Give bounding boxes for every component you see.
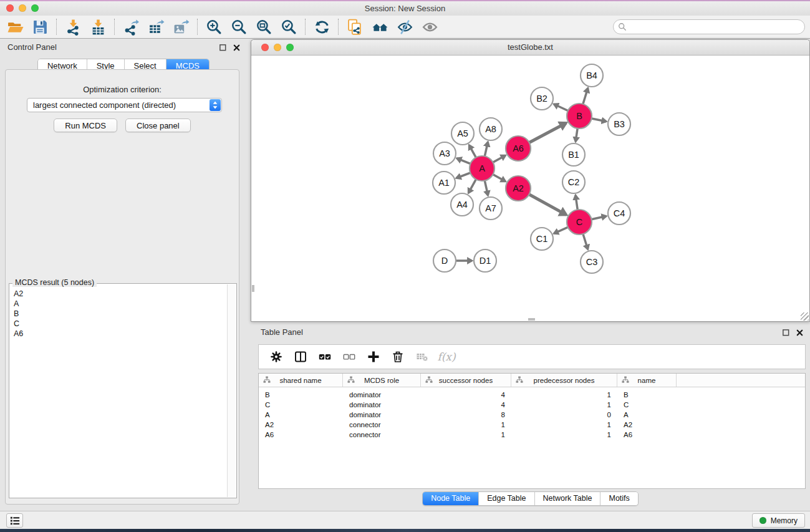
table-row[interactable]: Bdominator41B — [259, 390, 805, 400]
table-cell[interactable]: 0 — [511, 410, 617, 420]
run-mcds-button[interactable]: Run MCDS — [54, 118, 117, 132]
table-cell[interactable]: A — [617, 410, 677, 420]
tab-node-table[interactable]: Node Table — [423, 492, 479, 505]
table-cell[interactable]: A6 — [259, 430, 343, 440]
criterion-dropdown[interactable]: largest connected component (directed) — [27, 98, 222, 112]
export-network-button[interactable] — [121, 17, 141, 37]
table-row[interactable]: Cdominator41C — [259, 400, 805, 410]
table-cell[interactable]: 1 — [421, 420, 511, 430]
graph-node-B[interactable]: B — [567, 104, 592, 128]
table-cell[interactable]: 8 — [421, 410, 511, 420]
column-header-successor-nodes[interactable]: successor nodes — [421, 374, 511, 387]
column-header-mcds-role[interactable]: MCDS role — [343, 374, 421, 387]
table-row[interactable]: Adominator80A — [259, 410, 805, 420]
graph-node-A2[interactable]: A2 — [506, 176, 531, 201]
graph-node-A3[interactable]: A3 — [433, 142, 456, 165]
search-input[interactable] — [613, 19, 805, 34]
show-all-button[interactable] — [420, 17, 440, 37]
export-image-button[interactable] — [171, 17, 191, 37]
graph-node-A6[interactable]: A6 — [506, 136, 531, 161]
add-column-button[interactable] — [367, 350, 380, 364]
table-cell[interactable]: 1 — [511, 430, 617, 440]
zoom-window-icon[interactable] — [31, 4, 39, 12]
table-cell[interactable]: 1 — [421, 430, 511, 440]
refresh-layout-button[interactable] — [312, 17, 332, 37]
hide-selected-button[interactable] — [395, 17, 415, 37]
float-table-panel-icon[interactable] — [781, 328, 790, 337]
graph-node-C3[interactable]: C3 — [581, 251, 603, 273]
graph-node-A[interactable]: A — [470, 156, 494, 181]
table-cell[interactable]: A — [259, 410, 343, 420]
table-cell[interactable]: C — [617, 400, 677, 410]
delete-column-button[interactable] — [391, 350, 405, 364]
close-panel-icon[interactable] — [232, 43, 241, 52]
column-header-shared-name[interactable]: shared name — [259, 374, 343, 387]
network-zoom-icon[interactable] — [286, 44, 294, 51]
mcds-result-item[interactable]: A2 — [14, 289, 227, 299]
graph-node-A8[interactable]: A8 — [480, 118, 502, 140]
select-all-button[interactable] — [318, 350, 332, 364]
graph-node-C[interactable]: C — [567, 210, 592, 235]
table-cell[interactable]: B — [259, 390, 343, 400]
close-window-icon[interactable] — [6, 4, 14, 12]
graph-node-A1[interactable]: A1 — [433, 172, 455, 194]
deselect-all-button[interactable] — [342, 350, 356, 364]
graph-node-D1[interactable]: D1 — [474, 249, 496, 272]
import-network-button[interactable] — [63, 17, 83, 37]
graph-node-B2[interactable]: B2 — [531, 87, 553, 110]
tab-motifs[interactable]: Motifs — [600, 492, 637, 505]
mcds-result-scrollbar[interactable] — [227, 284, 236, 497]
mcds-result-item[interactable]: C — [14, 319, 227, 329]
new-network-from-selection-button[interactable] — [345, 17, 365, 37]
graph-node-A5[interactable]: A5 — [451, 122, 474, 145]
zoom-selected-button[interactable] — [279, 17, 299, 37]
minimize-window-icon[interactable] — [19, 4, 26, 12]
table-cell[interactable]: dominator — [343, 390, 421, 400]
open-file-button[interactable] — [5, 17, 25, 37]
table-cell[interactable]: dominator — [343, 410, 421, 420]
graph-node-A7[interactable]: A7 — [480, 197, 502, 220]
tab-edge-table[interactable]: Edge Table — [479, 492, 534, 505]
network-canvas[interactable]: B4B2BB3A5A8A6B1A3AC2A1A2A4A7C4CC1C3DD1 — [251, 56, 809, 321]
table-cell[interactable]: A6 — [617, 430, 677, 440]
graph-node-B1[interactable]: B1 — [562, 143, 585, 166]
table-row[interactable]: A6connector11A6 — [259, 430, 805, 440]
column-header-predecessor-nodes[interactable]: predecessor nodes — [511, 374, 617, 387]
table-cell[interactable]: 4 — [421, 390, 511, 400]
zoom-in-button[interactable] — [204, 17, 224, 37]
table-cell[interactable]: dominator — [343, 400, 421, 410]
graph-node-C1[interactable]: C1 — [531, 228, 553, 250]
table-cell[interactable]: A2 — [259, 420, 343, 430]
table-cell[interactable]: B — [617, 390, 677, 400]
graph-node-B3[interactable]: B3 — [608, 113, 630, 135]
split-panel-button[interactable] — [294, 350, 307, 364]
graph-node-C4[interactable]: C4 — [608, 202, 630, 225]
close-table-panel-icon[interactable] — [795, 328, 804, 337]
tab-network-table[interactable]: Network Table — [535, 492, 601, 505]
zoom-fit-button[interactable] — [254, 17, 274, 37]
mcds-result-item[interactable]: A6 — [14, 329, 227, 339]
task-history-button[interactable] — [6, 513, 23, 528]
gear-button[interactable] — [269, 350, 283, 364]
zoom-out-button[interactable] — [229, 17, 249, 37]
column-header-name[interactable]: name — [617, 374, 677, 387]
mcds-result-item[interactable]: B — [14, 309, 227, 319]
graph-node-D[interactable]: D — [433, 249, 456, 272]
graph-node-B4[interactable]: B4 — [581, 64, 603, 87]
window-resize-grip-icon[interactable] — [801, 312, 809, 321]
memory-button[interactable]: Memory — [752, 513, 805, 528]
table-cell[interactable]: connector — [343, 420, 421, 430]
save-session-button[interactable] — [30, 17, 50, 37]
table-row[interactable]: A2connector11A2 — [259, 420, 805, 430]
first-neighbors-button[interactable] — [370, 17, 390, 37]
table-cell[interactable]: C — [259, 400, 343, 410]
graph-node-C2[interactable]: C2 — [562, 171, 585, 193]
network-minimize-icon[interactable] — [274, 44, 281, 51]
close-panel-button[interactable]: Close panel — [125, 118, 191, 132]
graph-node-A4[interactable]: A4 — [451, 193, 473, 216]
table-cell[interactable]: 1 — [511, 420, 617, 430]
export-table-button[interactable] — [146, 17, 166, 37]
table-cell[interactable]: 1 — [511, 390, 617, 400]
table-cell[interactable]: A2 — [617, 420, 677, 430]
table-cell[interactable]: 4 — [421, 400, 511, 410]
